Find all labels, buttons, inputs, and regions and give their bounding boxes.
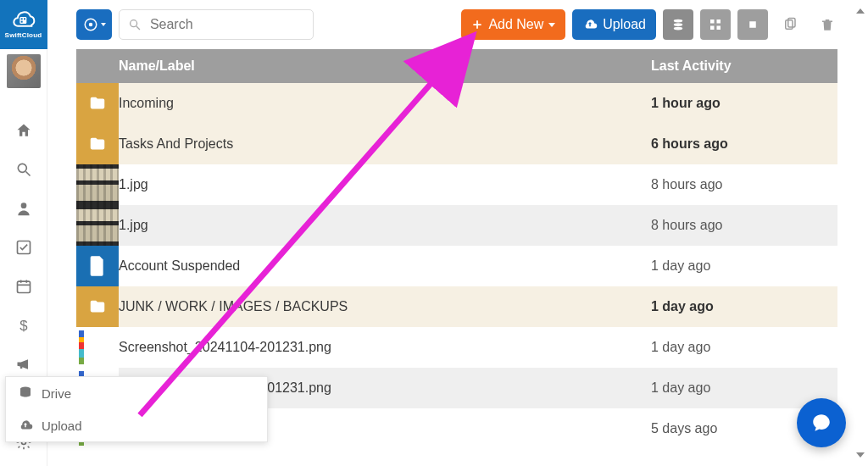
view-selector[interactable] [76, 9, 112, 40]
image-thumbnail [76, 164, 119, 205]
folder-icon [88, 135, 107, 153]
chevron-down-icon [101, 23, 106, 26]
grid-icon [708, 17, 723, 32]
scroll-up-icon[interactable] [856, 5, 865, 14]
row-activity: 8 hours ago [651, 218, 837, 233]
screenshot-thumbnail [76, 327, 119, 368]
flyout-drive[interactable]: Drive [6, 377, 267, 409]
nav-search[interactable] [15, 161, 32, 178]
brand-logo[interactable]: SwiftCloud [0, 0, 47, 49]
delete-button[interactable] [812, 9, 843, 40]
svg-rect-1 [20, 18, 22, 19]
view-stack[interactable] [663, 9, 693, 40]
search-icon [128, 17, 142, 32]
table-row[interactable]: 1.jpg8 hours ago [76, 205, 837, 246]
svg-text:$: $ [19, 318, 27, 334]
cloud-logo-icon [10, 10, 37, 31]
brand-name: SwiftCloud [5, 31, 42, 39]
svg-line-5 [25, 172, 30, 176]
col-activity[interactable]: Last Activity [651, 58, 837, 74]
col-name[interactable]: Name/Label [119, 58, 651, 74]
search-box[interactable] [119, 9, 314, 40]
scroll-down-icon[interactable] [856, 452, 865, 461]
table-row[interactable]: Screenshot_20241104-201231.png1 day ago [76, 327, 837, 368]
table-row[interactable]: Tasks And Projects6 hours ago [76, 124, 837, 164]
svg-rect-23 [710, 19, 715, 24]
svg-rect-27 [749, 21, 756, 28]
chevron-down-icon [548, 23, 555, 27]
drive-flyout: Drive Upload [5, 376, 268, 442]
view-grid[interactable] [700, 9, 731, 40]
svg-rect-0 [19, 17, 26, 24]
calendar-icon [15, 278, 32, 295]
table-header: Name/Label Last Activity [76, 49, 837, 83]
upload-button[interactable]: Upload [572, 9, 656, 40]
nav-calendar[interactable] [15, 278, 32, 295]
table-row[interactable]: JUNK / WORK / IMAGES / BACKUPS1 day ago [76, 286, 837, 327]
checkbox-icon [15, 239, 32, 256]
table-row[interactable]: 1.jpg8 hours ago [76, 164, 837, 205]
row-name: Tasks And Projects [119, 136, 651, 152]
svg-point-6 [20, 202, 26, 208]
flyout-upload[interactable]: Upload [6, 409, 267, 441]
nav-tasks[interactable] [15, 239, 32, 256]
folder-icon-cell [76, 83, 119, 124]
add-new-label: Add New [488, 17, 543, 32]
nav-announce[interactable] [15, 356, 32, 373]
rail-nav: $ [15, 122, 32, 373]
upload-label: Upload [603, 17, 646, 32]
copy-button[interactable] [775, 9, 805, 40]
row-name: 1.jpg [119, 218, 651, 233]
row-name: Incoming [119, 96, 651, 111]
person-icon [15, 200, 32, 217]
svg-rect-8 [17, 281, 30, 292]
search-input[interactable] [148, 16, 304, 33]
flyout-upload-label: Upload [42, 419, 82, 433]
cloud-upload-icon [582, 17, 598, 32]
svg-point-4 [18, 164, 26, 172]
home-icon [15, 122, 32, 139]
row-name: JUNK / WORK / IMAGES / BACKUPS [119, 299, 651, 314]
svg-point-20 [674, 19, 683, 23]
row-activity: 1 day ago [651, 340, 837, 355]
megaphone-icon [15, 356, 32, 373]
svg-point-21 [674, 23, 683, 26]
table-row[interactable]: Account Suspended1 day ago [76, 246, 837, 286]
folder-icon [88, 94, 107, 113]
svg-point-18 [131, 20, 137, 27]
search-icon [15, 161, 32, 178]
database-icon [18, 386, 33, 401]
row-activity: 1 day ago [651, 299, 837, 314]
row-activity: 1 day ago [651, 258, 837, 274]
database-icon [670, 17, 686, 32]
view-single[interactable] [737, 9, 768, 40]
folder-icon-cell [76, 286, 119, 327]
folder-icon [88, 297, 107, 316]
row-name: Account Suspended [119, 258, 651, 274]
svg-rect-2 [24, 18, 25, 19]
page-scrollbar[interactable] [856, 5, 865, 461]
nav-home[interactable] [15, 122, 32, 139]
nav-person[interactable] [15, 200, 32, 217]
row-name: Screenshot_20241104-201231.png [119, 340, 651, 355]
table-row[interactable]: Incoming1 hour ago [76, 83, 837, 124]
dollar-icon: $ [15, 317, 32, 334]
row-name: 1.jpg [119, 177, 651, 192]
file-icon [89, 256, 106, 276]
folder-icon-cell [76, 124, 119, 164]
svg-line-19 [136, 26, 140, 30]
row-activity: 6 hours ago [651, 136, 837, 152]
square-icon [745, 17, 760, 32]
row-activity: 8 hours ago [651, 177, 837, 192]
chat-launcher[interactable] [797, 398, 846, 447]
add-new-button[interactable]: Add New [461, 9, 565, 40]
svg-point-22 [674, 27, 683, 31]
nav-billing[interactable]: $ [15, 317, 32, 334]
row-activity: 1 hour ago [651, 96, 837, 111]
svg-rect-24 [717, 19, 721, 24]
svg-rect-3 [20, 21, 22, 23]
user-avatar[interactable] [7, 54, 41, 88]
plus-icon [471, 19, 483, 31]
image-thumbnail [76, 205, 119, 246]
row-activity: 1 day ago [651, 380, 837, 396]
